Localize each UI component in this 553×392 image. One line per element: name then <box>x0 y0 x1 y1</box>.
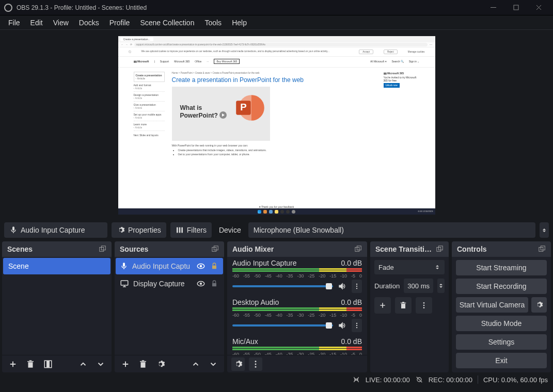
display-icon <box>120 279 129 288</box>
source-item[interactable]: Audio Input Captu <box>116 258 223 274</box>
svg-point-27 <box>356 325 357 326</box>
device-label: Device <box>216 226 244 234</box>
rec-status: REC: 00:00:00 <box>429 376 472 384</box>
scene-filters-button[interactable] <box>41 357 55 371</box>
close-button[interactable] <box>528 2 549 14</box>
device-spinner[interactable] <box>540 222 549 238</box>
studio-mode-button[interactable]: Studio Mode <box>456 316 547 331</box>
speaker-icon[interactable] <box>337 320 347 331</box>
start-vcam-button[interactable]: Start Virtual Camera <box>456 297 528 313</box>
svg-point-30 <box>255 363 257 365</box>
menu-scene-collection[interactable]: Scene Collection <box>135 17 199 29</box>
settings-button[interactable]: Settings <box>456 334 547 350</box>
minimize-button[interactable] <box>483 2 503 14</box>
mixer-channel: Audio Input Capture0.0 dB -60-55-50-45-4… <box>227 257 367 296</box>
scene-item[interactable]: Scene <box>3 258 110 274</box>
menu-help[interactable]: Help <box>227 17 252 29</box>
source-down-button[interactable] <box>207 357 220 371</box>
level-meter <box>232 268 362 272</box>
preview-canvas: Create a presentation... ←→⟳ support.mic… <box>118 36 435 215</box>
mixer-settings-button[interactable] <box>231 357 245 371</box>
maximize-button[interactable] <box>505 2 526 14</box>
add-transition-button[interactable] <box>374 297 391 314</box>
svg-point-31 <box>255 366 257 367</box>
mixer-menu-button[interactable] <box>249 357 262 371</box>
svg-rect-6 <box>179 227 180 233</box>
svg-point-35 <box>423 305 425 306</box>
filters-icon <box>176 226 184 234</box>
source-up-button[interactable] <box>189 357 202 371</box>
mixer-channel: Mic/Aux0.0 dB -60-55-50-45-40-35-30-25-2… <box>227 335 367 355</box>
popout-icon[interactable] <box>355 246 362 253</box>
svg-point-34 <box>423 302 425 304</box>
duration-input[interactable]: 300 ms <box>404 279 433 293</box>
mic-icon <box>120 262 128 270</box>
svg-point-19 <box>200 283 202 285</box>
svg-point-15 <box>200 265 202 268</box>
gear-icon <box>117 226 125 234</box>
lock-icon[interactable] <box>210 262 219 271</box>
exit-button[interactable]: Exit <box>456 353 547 368</box>
mixer-channel: Desktop Audio0.0 dB -60-55-50-45-40-35-3… <box>227 296 367 335</box>
eye-icon[interactable] <box>196 279 206 288</box>
transition-dropdown[interactable]: Fade <box>374 260 445 274</box>
scenes-title: Scenes <box>7 245 33 253</box>
mixer-dock: Audio Mixer Audio Input Capture0.0 dB -6… <box>227 241 367 372</box>
properties-button[interactable]: Properties <box>112 222 166 238</box>
device-dropdown[interactable]: Microphone (Blue Snowball) <box>248 222 535 238</box>
menu-edit[interactable]: Edit <box>25 17 48 29</box>
preview-url: support.microsoft.com/en-us/office/creat… <box>134 43 428 46</box>
scene-down-button[interactable] <box>94 357 107 371</box>
svg-point-29 <box>255 361 257 362</box>
menu-view[interactable]: View <box>48 17 74 29</box>
source-item[interactable]: Display Capture <box>116 275 223 292</box>
scene-up-button[interactable] <box>76 357 90 371</box>
source-props-button[interactable] <box>154 357 167 371</box>
remove-source-button[interactable] <box>136 357 150 371</box>
duration-label: Duration <box>374 282 400 290</box>
popout-icon[interactable] <box>436 246 444 253</box>
popout-icon[interactable] <box>99 246 106 253</box>
scenes-dock: Scenes Scene <box>2 241 112 372</box>
popout-icon[interactable] <box>212 246 219 253</box>
filters-button[interactable]: Filters <box>170 222 212 238</box>
vcam-settings-button[interactable] <box>531 297 547 313</box>
add-source-button[interactable] <box>119 357 132 371</box>
duration-spinner[interactable] <box>437 279 445 293</box>
mixer-title: Audio Mixer <box>232 245 274 253</box>
transitions-dock: Scene Transiti… Fade Duration 300 ms <box>370 241 449 372</box>
popout-icon[interactable] <box>539 246 546 253</box>
powerpoint-icon: P <box>233 92 265 124</box>
channel-menu-button[interactable] <box>352 280 362 293</box>
window-title: OBS 29.1.3 - Profile: Untitled - Scenes:… <box>17 4 483 11</box>
svg-rect-20 <box>212 283 216 287</box>
remove-transition-button[interactable] <box>395 297 412 314</box>
selected-source[interactable]: Audio Input Capture <box>4 222 107 238</box>
menu-tools[interactable]: Tools <box>199 17 227 29</box>
svg-rect-16 <box>212 266 216 269</box>
cpu-status: CPU: 0.0%, 60.00 fps <box>483 376 548 384</box>
speaker-icon[interactable] <box>337 281 347 291</box>
lock-icon[interactable] <box>210 279 219 288</box>
mic-icon <box>9 226 18 234</box>
menu-file[interactable]: File <box>3 17 25 29</box>
menu-profile[interactable]: Profile <box>104 17 135 29</box>
record-icon <box>415 375 423 384</box>
live-status: LIVE: 00:00:00 <box>366 376 410 384</box>
svg-rect-11 <box>46 361 50 368</box>
play-icon <box>219 111 227 119</box>
eye-icon[interactable] <box>196 262 206 271</box>
preview-area[interactable]: Create a presentation... ←→⟳ support.mic… <box>0 30 553 221</box>
start-recording-button[interactable]: Start Recording <box>456 279 547 294</box>
add-scene-button[interactable] <box>6 357 20 371</box>
svg-point-25 <box>356 288 357 289</box>
menu-docks[interactable]: Docks <box>74 17 104 29</box>
remove-scene-button[interactable] <box>24 357 37 371</box>
transition-menu-button[interactable] <box>416 297 432 314</box>
start-streaming-button[interactable]: Start Streaming <box>456 260 547 275</box>
volume-slider[interactable] <box>232 324 333 326</box>
preview-heading: Create a presentation in PowerPoint for … <box>172 76 376 84</box>
meter-ticks: -60-55-50-45-40-35-30-25-20-15-10-50 <box>232 313 362 318</box>
volume-slider[interactable] <box>232 285 333 287</box>
channel-menu-button[interactable] <box>352 319 362 332</box>
